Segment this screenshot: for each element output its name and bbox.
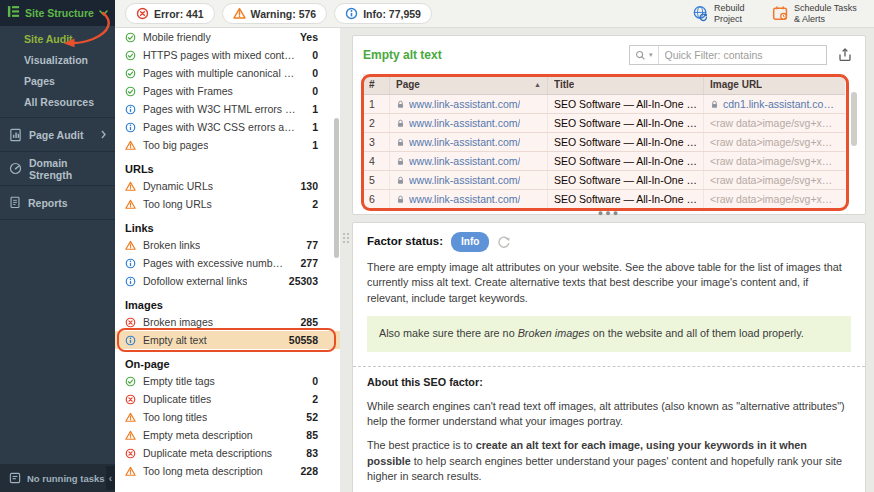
table-scrollbar[interactable]: [851, 92, 857, 146]
cell-title: SEO Software — All-In-One SEO Tools for …: [547, 95, 703, 113]
audit-item-too-big-pages[interactable]: Too big pages1: [115, 136, 340, 154]
quick-filter-input[interactable]: [659, 49, 826, 61]
sidebar-sections: Page AuditDomain StrengthReports: [0, 118, 115, 220]
task-status-label: No running tasks: [27, 473, 105, 484]
sidebar-item-domain-strength[interactable]: Domain Strength: [0, 152, 115, 186]
audit-item-pages-with-w3c-css-errors-and-warnings[interactable]: Pages with W3C CSS errors and warnings1: [115, 118, 340, 136]
chevron-down-icon: ▾: [649, 51, 653, 59]
audit-item-empty-title-tags[interactable]: Empty title tags0: [115, 372, 340, 390]
sidebar-item-reports[interactable]: Reports: [0, 186, 115, 220]
cell-image-url[interactable]: cdn1.link-assistant.com/images/com...: [703, 95, 845, 113]
results-table-wrap: #Page▲TitleImage URL1www.link-assistant.…: [361, 74, 857, 212]
column-header-title[interactable]: Title: [547, 74, 703, 94]
factor-title: Empty alt text: [363, 48, 442, 62]
cell-row-number: 3: [363, 133, 389, 151]
factor-info-card: Factor status: Info There are empty imag…: [352, 222, 866, 492]
audit-item-empty-alt-text[interactable]: Empty alt text50558: [115, 331, 340, 349]
search-mode-dropdown[interactable]: ▾: [630, 46, 659, 64]
sidebar-item-pages[interactable]: Pages: [0, 71, 115, 92]
cell-page-url[interactable]: www.link-assistant.com/: [389, 133, 547, 151]
audit-item-mobile-friendly[interactable]: Mobile friendlyYes: [115, 28, 340, 46]
table-resize-handle[interactable]: ●●●: [598, 209, 620, 217]
audit-item-pages-with-multiple-canonical-urls[interactable]: Pages with multiple canonical URLs0: [115, 64, 340, 82]
rebuild-project-button[interactable]: Rebuild Project: [692, 3, 756, 25]
error-icon: [136, 7, 149, 20]
audit-item-pages-with-excessive-number-of-links[interactable]: Pages with excessive number of links277: [115, 254, 340, 272]
audit-list-scrollbar[interactable]: [334, 118, 339, 258]
warning-icon: [125, 240, 136, 251]
audit-item-broken-links[interactable]: Broken links77: [115, 236, 340, 254]
schedule-tasks-label: Schedule Tasks & Alerts: [794, 3, 864, 25]
section-header-images: Images: [115, 295, 340, 313]
cell-page-url[interactable]: www.link-assistant.com/: [389, 152, 547, 170]
column-header-image-url[interactable]: Image URL: [703, 74, 845, 94]
table-row[interactable]: 5www.link-assistant.com/SEO Software — A…: [363, 171, 845, 190]
recheck-icon[interactable]: [497, 235, 511, 249]
audit-item-too-long-meta-description[interactable]: Too long meta description228: [115, 462, 340, 480]
export-icon[interactable]: [835, 45, 855, 65]
info-count-badge[interactable]: Info: 77,959: [334, 3, 432, 24]
warning-icon: [125, 412, 136, 423]
topbar-actions: Rebuild Project Schedule Tasks & Alerts: [692, 3, 864, 25]
sidebar-header-site-structure[interactable]: Site Structure: [0, 0, 115, 26]
audit-item-too-long-urls[interactable]: Too long URLs2: [115, 195, 340, 213]
results-card: Empty alt text ▾ #Page▲TitleImage URL1ww…: [352, 35, 866, 215]
audit-item-duplicate-meta-descriptions[interactable]: Duplicate meta descriptions83: [115, 444, 340, 462]
section-header-on-page: On-page: [115, 354, 340, 372]
factor-note: Also make sure there are no Broken image…: [367, 316, 851, 352]
table-row[interactable]: 1www.link-assistant.com/SEO Software — A…: [363, 95, 845, 114]
warning-icon: [125, 140, 136, 151]
about-paragraph-1: While search engines can't read text off…: [367, 399, 851, 430]
cell-image-url: <raw data>image/svg+xml,%3Csvg%20...: [703, 133, 845, 151]
status-badge: Info: [451, 232, 489, 252]
audit-item-label: Dynamic URLs: [143, 180, 213, 192]
schedule-tasks-button[interactable]: Schedule Tasks & Alerts: [772, 3, 864, 25]
collapse-sidebar-button[interactable]: ‹: [106, 466, 115, 490]
error-count-badge[interactable]: Error: 441: [125, 3, 215, 24]
audit-item-https-pages-with-mixed-content-issues[interactable]: HTTPS pages with mixed content issues0: [115, 46, 340, 64]
audit-item-label: Too big pages: [143, 139, 208, 151]
table-row[interactable]: 2www.link-assistant.com/SEO Software — A…: [363, 114, 845, 133]
table-row[interactable]: 3www.link-assistant.com/SEO Software — A…: [363, 133, 845, 152]
cell-row-number: 4: [363, 152, 389, 170]
panel-splitter-handle[interactable]: [343, 233, 349, 243]
audit-item-count: 50558: [283, 334, 318, 346]
cell-page-url[interactable]: www.link-assistant.com/: [389, 171, 547, 189]
column-header-page[interactable]: Page▲: [389, 74, 547, 94]
info-icon: [125, 258, 136, 269]
status-badges: Error: 441Warning: 576Info: 77,959: [125, 3, 432, 24]
audit-item-empty-meta-description[interactable]: Empty meta description85: [115, 426, 340, 444]
cell-page-url[interactable]: www.link-assistant.com/: [389, 190, 547, 208]
cell-page-url[interactable]: www.link-assistant.com/: [389, 95, 547, 113]
audit-item-count: 1: [306, 139, 318, 151]
sidebar-item-all-resources[interactable]: All Resources: [0, 92, 115, 113]
sidebar-item-visualization[interactable]: Visualization: [0, 50, 115, 71]
audit-item-label: Broken links: [143, 239, 200, 251]
note-text: on the website and all of them load prop…: [590, 327, 804, 339]
audit-factors-list: Mobile friendlyYesHTTPS pages with mixed…: [115, 28, 340, 492]
audit-item-label: Duplicate meta descriptions: [143, 447, 272, 459]
audit-item-dofollow-external-links[interactable]: Dofollow external links25303: [115, 272, 340, 290]
badge-label: Warning: 576: [251, 8, 317, 20]
warning-count-badge[interactable]: Warning: 576: [222, 3, 328, 24]
audit-item-dynamic-urls[interactable]: Dynamic URLs130: [115, 177, 340, 195]
column-header--[interactable]: #: [363, 74, 389, 94]
results-card-header: Empty alt text ▾: [361, 36, 857, 74]
audit-item-pages-with-w3c-html-errors-and-warnings[interactable]: Pages with W3C HTML errors and warnings1: [115, 100, 340, 118]
table-row[interactable]: 4www.link-assistant.com/SEO Software — A…: [363, 152, 845, 171]
sidebar-item-site-audit[interactable]: Site Audit: [0, 29, 115, 50]
note-italic: Broken images: [518, 327, 590, 339]
sidebar-item-page-audit[interactable]: Page Audit: [0, 118, 115, 152]
table-row[interactable]: 6www.link-assistant.com/SEO Software — A…: [363, 190, 845, 209]
audit-item-too-long-titles[interactable]: Too long titles52: [115, 408, 340, 426]
audit-item-broken-images[interactable]: Broken images285: [115, 313, 340, 331]
cell-page-url[interactable]: www.link-assistant.com/: [389, 209, 547, 212]
info-icon: [125, 335, 136, 346]
sidebar-item-label: Domain Strength: [29, 157, 106, 181]
audit-item-duplicate-titles[interactable]: Duplicate titles2: [115, 390, 340, 408]
audit-item-count: 85: [300, 429, 318, 441]
audit-item-pages-with-frames[interactable]: Pages with Frames0: [115, 82, 340, 100]
audit-item-count: 0: [306, 375, 318, 387]
cell-page-url[interactable]: www.link-assistant.com/: [389, 114, 547, 132]
task-status-bar: No running tasks ‹: [0, 464, 115, 492]
